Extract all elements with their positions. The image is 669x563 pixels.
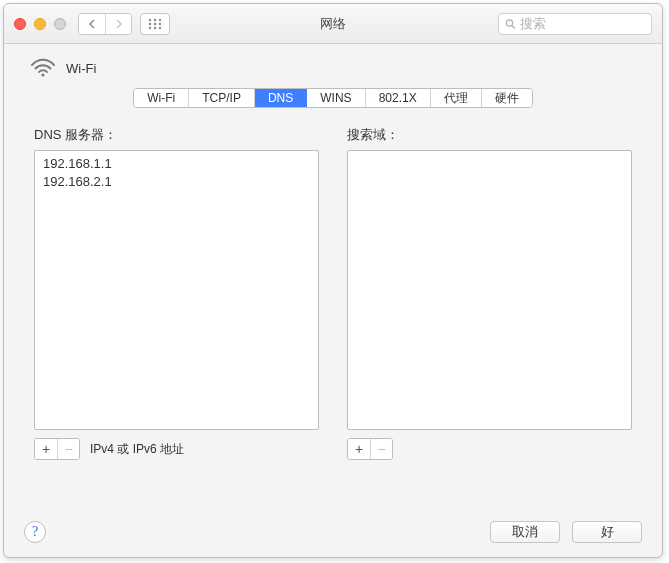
list-item[interactable]: 192.168.1.1 (43, 155, 310, 173)
search-field[interactable] (498, 13, 652, 35)
search-domains-label: 搜索域： (347, 126, 632, 144)
svg-point-3 (149, 22, 151, 24)
help-button[interactable]: ? (24, 521, 46, 543)
forward-button[interactable] (105, 14, 131, 34)
tab--[interactable]: 硬件 (482, 89, 532, 107)
zoom-window-button[interactable] (54, 18, 66, 30)
dns-servers-panel: DNS 服务器： 192.168.1.1192.168.2.1 + − IPv4… (34, 126, 319, 460)
traffic-lights (14, 18, 66, 30)
minimize-window-button[interactable] (34, 18, 46, 30)
dns-servers-label: DNS 服务器： (34, 126, 319, 144)
toolbar: 网络 (4, 4, 662, 44)
svg-point-4 (154, 22, 156, 24)
window-title: 网络 (320, 15, 346, 33)
svg-point-9 (506, 19, 512, 25)
tab--[interactable]: 代理 (431, 89, 482, 107)
content-area: Wi-Fi Wi-FiTCP/IPDNSWINS802.1X代理硬件 DNS 服… (4, 44, 662, 472)
svg-point-5 (159, 22, 161, 24)
search-icon (505, 18, 516, 30)
preferences-window: 网络 Wi-Fi Wi-FiTCP/IPDNSWINS802.1X代理硬件 (3, 3, 663, 558)
wifi-icon (30, 58, 56, 78)
show-all-prefs-button[interactable] (140, 13, 170, 35)
chevron-left-icon (88, 19, 96, 29)
searchdomain-add-button[interactable]: + (348, 439, 370, 459)
action-buttons: 取消 好 (490, 521, 642, 543)
tab-wins[interactable]: WINS (307, 89, 365, 107)
svg-point-2 (159, 18, 161, 20)
svg-line-10 (512, 25, 515, 28)
svg-point-8 (159, 26, 161, 28)
bottom-row: ? 取消 好 (24, 521, 642, 543)
svg-point-1 (154, 18, 156, 20)
cancel-button[interactable]: 取消 (490, 521, 560, 543)
tab-wi-fi[interactable]: Wi-Fi (134, 89, 189, 107)
tab-dns[interactable]: DNS (255, 89, 307, 107)
chevron-right-icon (115, 19, 123, 29)
nav-back-forward (78, 13, 132, 35)
searchdomain-remove-button[interactable]: − (370, 439, 392, 459)
search-domains-list[interactable] (347, 150, 632, 430)
interface-header: Wi-Fi (24, 58, 642, 78)
dns-footer-hint: IPv4 或 IPv6 地址 (90, 441, 184, 458)
svg-point-11 (41, 73, 44, 76)
interface-name: Wi-Fi (66, 61, 96, 76)
search-domains-panel: 搜索域： + − (347, 126, 632, 460)
svg-point-7 (154, 26, 156, 28)
dns-servers-list[interactable]: 192.168.1.1192.168.2.1 (34, 150, 319, 430)
dns-remove-button[interactable]: − (57, 439, 79, 459)
search-input[interactable] (520, 16, 645, 31)
tab-tcp-ip[interactable]: TCP/IP (189, 89, 255, 107)
ok-button[interactable]: 好 (572, 521, 642, 543)
close-window-button[interactable] (14, 18, 26, 30)
svg-point-0 (149, 18, 151, 20)
grid-icon (148, 18, 162, 30)
dns-add-button[interactable]: + (35, 439, 57, 459)
tab-802-1x[interactable]: 802.1X (366, 89, 431, 107)
dns-add-remove: + − (34, 438, 80, 460)
back-button[interactable] (79, 14, 105, 34)
searchdomain-add-remove: + − (347, 438, 393, 460)
svg-point-6 (149, 26, 151, 28)
panels: DNS 服务器： 192.168.1.1192.168.2.1 + − IPv4… (24, 126, 642, 460)
tab-bar: Wi-FiTCP/IPDNSWINS802.1X代理硬件 (24, 88, 642, 108)
list-item[interactable]: 192.168.2.1 (43, 173, 310, 191)
